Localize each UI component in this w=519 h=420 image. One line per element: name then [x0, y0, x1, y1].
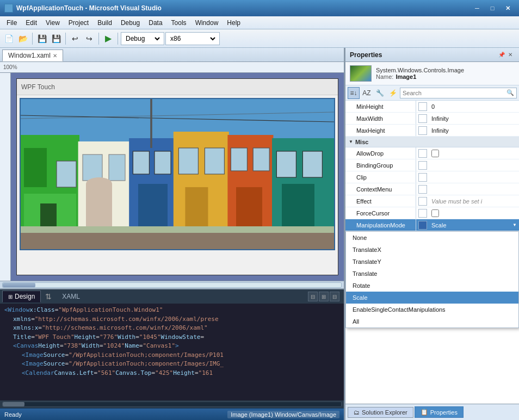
code-editor[interactable]: <Window x:Class="WpfApplicationTouch.Win…: [0, 304, 344, 400]
debug-config-dropdown[interactable]: Debug: [121, 32, 164, 45]
sort-alpha-btn[interactable]: AZ: [361, 87, 373, 99]
toolbar-sep-1: [32, 33, 33, 45]
dropdown-item-enablesingle[interactable]: EnableSingleContactManipulations: [346, 304, 518, 316]
menu-help[interactable]: Help: [223, 17, 245, 29]
menu-window[interactable]: Window: [191, 17, 223, 29]
prop-row-maxwidth[interactable]: MaxWidth Infinity: [345, 113, 519, 125]
save-all-btn[interactable]: 💾: [50, 32, 63, 45]
design-tab[interactable]: ⊞ Design: [2, 291, 41, 302]
code-line-7: <Image Source="/WpfApplicationTouch;comp…: [4, 360, 339, 369]
prop-icon-minheight[interactable]: [418, 102, 427, 111]
allowdrop-checkbox[interactable]: [431, 150, 439, 157]
tab-close-btn[interactable]: ✕: [53, 53, 57, 59]
prop-icon-contextmenu[interactable]: [418, 185, 427, 194]
sort-category-btn[interactable]: ≡↓: [348, 87, 360, 99]
menu-build[interactable]: Build: [93, 17, 116, 29]
save-btn[interactable]: 💾: [35, 32, 48, 45]
properties-tab-icon: 📋: [421, 409, 428, 416]
prop-value-allowdrop[interactable]: [429, 150, 519, 157]
prop-row-allowdrop[interactable]: AllowDrop: [345, 147, 519, 159]
prop-icon-maxheight[interactable]: [418, 126, 427, 135]
open-btn[interactable]: 📂: [16, 32, 29, 45]
props-search-input[interactable]: [403, 90, 505, 96]
event-marker-btn[interactable]: ⚡: [387, 87, 399, 99]
code-line-8: <Calendar Canvas.Left="561" Canvas.Top="…: [4, 369, 339, 378]
props-info: System.Windows.Controls.Image Name: Imag…: [376, 67, 464, 80]
prop-row-forcecursor[interactable]: ForceCursor: [345, 207, 519, 219]
menu-data[interactable]: Data: [144, 17, 166, 29]
prop-value-manipulationmode[interactable]: Scale ▼: [429, 220, 519, 230]
solution-explorer-tab[interactable]: 🗂 Solution Explorer: [348, 407, 413, 418]
menu-project[interactable]: Project: [64, 17, 93, 29]
prop-grid[interactable]: MinHeight 0 MaxWidth Infinity MaxHeight …: [345, 101, 519, 404]
horizontal-scrollbar[interactable]: [0, 281, 344, 288]
dropdown-arrow[interactable]: ▼: [510, 220, 519, 230]
xaml-tab[interactable]: XAML: [56, 291, 86, 302]
menu-file[interactable]: File: [2, 17, 21, 29]
design-tab-icon: ⊞: [8, 294, 13, 300]
maximize-button[interactable]: □: [485, 2, 499, 14]
prop-row-clip[interactable]: Clip: [345, 171, 519, 183]
dropdown-item-all[interactable]: All: [346, 316, 518, 328]
dropdown-item-rotate[interactable]: Rotate: [346, 280, 518, 292]
design-surface[interactable]: WPF Touch: [16, 78, 338, 275]
minimize-button[interactable]: ─: [470, 2, 484, 14]
prop-name-clip: Clip: [345, 171, 416, 183]
dropdown-item-translatex[interactable]: TranslateX: [346, 244, 518, 256]
prop-row-contextmenu[interactable]: ContextMenu: [345, 183, 519, 195]
prop-row-maxheight[interactable]: MaxHeight Infinity: [345, 125, 519, 137]
bottom-panel: ⊞ Design ⇅ XAML ⊟ ⊞ ⊟ <Window x:Class="W…: [0, 288, 344, 408]
code-scrollbar[interactable]: [0, 400, 344, 408]
prop-icon-allowdrop[interactable]: [418, 149, 427, 158]
svg-rect-18: [178, 148, 198, 174]
prop-icon-effect[interactable]: [418, 197, 427, 206]
property-marker-btn[interactable]: 🔧: [374, 87, 386, 99]
scrollbar-thumb[interactable]: [3, 283, 35, 287]
props-name-value[interactable]: Image1: [396, 73, 416, 80]
run-btn[interactable]: ▶: [102, 32, 115, 45]
new-project-btn[interactable]: 📄: [2, 32, 15, 45]
toolbar: 📄 📂 💾 💾 ↩ ↪ ▶ Debug x86: [0, 29, 519, 48]
prop-icon-bindinggroup[interactable]: [418, 161, 427, 170]
menu-debug[interactable]: Debug: [116, 17, 144, 29]
prop-row-effect[interactable]: Effect Value must be set i: [345, 195, 519, 207]
prop-row-minheight[interactable]: MinHeight 0: [345, 101, 519, 113]
close-button[interactable]: ✕: [501, 2, 515, 14]
menu-edit[interactable]: Edit: [21, 17, 41, 29]
forcecursor-checkbox[interactable]: [431, 209, 439, 217]
undo-btn[interactable]: ↩: [69, 32, 82, 45]
canvas-main[interactable]: WPF Touch: [11, 73, 344, 281]
platform-select[interactable]: x86: [168, 34, 217, 43]
prop-icon-manipulationmode[interactable]: [418, 221, 427, 230]
prop-value-forcecursor[interactable]: [429, 209, 519, 217]
properties-tab[interactable]: 📋 Properties: [415, 406, 464, 418]
dropdown-item-translate[interactable]: Translate: [346, 268, 518, 280]
pin-btn[interactable]: 📌: [497, 51, 506, 59]
redo-btn[interactable]: ↪: [83, 32, 96, 45]
prop-row-bindinggroup[interactable]: BindingGroup: [345, 159, 519, 171]
split-view-btn[interactable]: ⊟: [308, 292, 318, 301]
editor-tab-window1[interactable]: Window1.xaml ✕: [2, 50, 63, 61]
menu-tools[interactable]: Tools: [167, 17, 191, 29]
menu-view[interactable]: View: [41, 17, 64, 29]
dropdown-item-scale[interactable]: Scale: [346, 292, 518, 304]
zoom-label: 100%: [0, 62, 344, 73]
panel-close-btn[interactable]: ✕: [506, 51, 515, 59]
prop-row-manipulationmode[interactable]: ManipulationMode Scale ▼: [345, 219, 519, 231]
expand-btn[interactable]: ⊞: [319, 292, 329, 301]
code-scrollbar-thumb[interactable]: [3, 402, 24, 406]
prop-icon-maxwidth[interactable]: [418, 114, 427, 123]
prop-icon-clip[interactable]: [418, 173, 427, 182]
collapse-btn[interactable]: ⊟: [330, 292, 339, 301]
prop-icon-forcecursor[interactable]: [418, 209, 427, 218]
platform-dropdown[interactable]: x86: [165, 32, 220, 45]
swap-btn[interactable]: ⇅: [43, 292, 54, 301]
debug-config-select[interactable]: Debug: [123, 34, 162, 43]
prop-name-allowdrop: AllowDrop: [345, 147, 416, 159]
svg-rect-24: [236, 187, 262, 233]
dropdown-item-translatey[interactable]: TranslateY: [346, 256, 518, 268]
props-search-box[interactable]: 🔍: [400, 88, 517, 98]
dropdown-item-none[interactable]: None: [346, 232, 518, 244]
manipulation-mode-dropdown[interactable]: None TranslateX TranslateY Translate Rot…: [345, 231, 519, 328]
svg-rect-19: [205, 148, 224, 174]
